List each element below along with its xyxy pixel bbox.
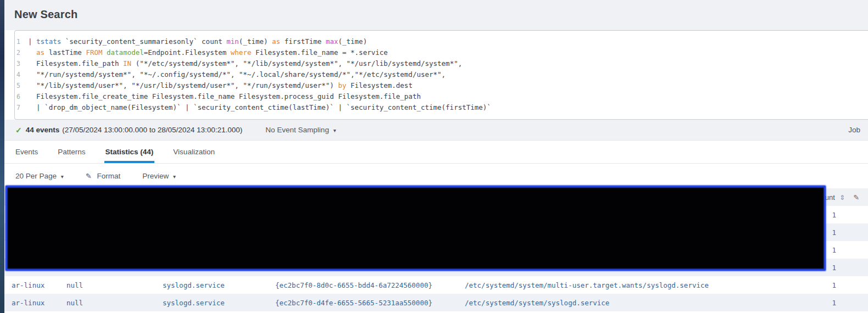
query-line-code[interactable]: as lastTime FROM datamodel=Endpoint.File… — [28, 47, 388, 58]
query-line-code[interactable]: "*/lib/systemd/user*", "*/usr/lib/system… — [28, 80, 413, 91]
table-cell[interactable]: null — [59, 276, 155, 294]
line-number: 3 — [15, 58, 28, 69]
line-number: 4 — [15, 69, 28, 80]
tab-visualization[interactable]: Visualization — [173, 141, 215, 163]
page-title: New Search — [14, 8, 868, 21]
query-token: IN — [123, 59, 131, 68]
query-token: Filesystem.file_path — [28, 59, 123, 68]
query-token: ("*/etc/systemd/system*", "*/lib/systemd… — [131, 59, 462, 68]
table-cell-edit — [845, 294, 868, 311]
tab-statistics-44[interactable]: Statistics (44) — [105, 141, 154, 163]
format-label: Format — [97, 172, 121, 180]
table-cell[interactable]: ar-linux — [4, 276, 59, 294]
query-token: as — [272, 37, 280, 46]
table-cell[interactable]: /etc/systemd/system/multi-user.target.wa… — [458, 276, 790, 294]
query-line: 7 | `drop_dm_object_name(Filesystem)` | … — [15, 102, 868, 113]
caret-down-icon: ▾ — [61, 174, 64, 180]
redaction-overlay — [5, 186, 826, 271]
tab-patterns[interactable]: Patterns — [58, 141, 85, 163]
query-token — [28, 48, 36, 57]
events-time-range: (27/05/2024 13:00:00.000 to 28/05/2024 1… — [62, 126, 242, 134]
query-line: 6 Filesystem.file_create_time Filesystem… — [15, 91, 868, 102]
query-token: "*/lib/systemd/user*", "*/usr/lib/system… — [28, 81, 338, 90]
query-token: Filesystem.file_create_time Filesystem.f… — [28, 92, 421, 100]
table-cell-count[interactable]: 1 — [790, 276, 845, 294]
table-cell-edit — [845, 241, 868, 259]
format-button[interactable]: ✎ Format — [86, 172, 120, 180]
query-token: "*/run/systemd/system*", "*~/.config/sys… — [28, 70, 446, 79]
job-menu[interactable]: Job — [848, 126, 860, 134]
events-count[interactable]: 44 events — [26, 126, 60, 134]
table-cell[interactable]: ar-linux — [4, 294, 59, 311]
per-page-dropdown[interactable]: 20 Per Page ▾ — [15, 172, 64, 180]
query-line-code[interactable]: | tstats `security_content_summariesonly… — [28, 36, 367, 47]
table-row: ar-linuxnullsyslogd.service{ec2bc7f0-d4f… — [4, 294, 868, 311]
query-line: 3 Filesystem.file_path IN ("*/etc/system… — [15, 58, 868, 69]
query-line: 5 "*/lib/systemd/user*", "*/usr/lib/syst… — [15, 80, 868, 91]
event-sampling-dropdown[interactable]: No Event Sampling ▾ — [265, 126, 336, 134]
line-number: 2 — [15, 47, 28, 58]
query-token: Filesystem.file_name = *.service — [251, 48, 387, 57]
query-token: by — [338, 81, 346, 90]
table-cell-edit — [845, 259, 868, 276]
page-header: New Search — [4, 0, 868, 30]
table-cell[interactable]: {ec2bc7f0-d4fe-6655-5665-5231aa550000} — [268, 294, 458, 311]
table-cell[interactable]: syslogd.service — [155, 294, 268, 311]
table-cell-edit — [845, 223, 868, 241]
query-token: FROM — [86, 48, 102, 57]
sort-icon: ⇕ — [839, 194, 845, 202]
line-number: 1 — [15, 36, 28, 47]
query-token: max — [326, 37, 338, 46]
query-token: =Endpoint.Filesystem — [144, 48, 231, 57]
query-token: (_time) — [338, 37, 367, 46]
success-check-icon: ✓ — [15, 126, 22, 135]
query-token: Filesystem.dest — [347, 81, 413, 90]
query-line: 1| tstats `security_content_summariesonl… — [15, 36, 868, 47]
table-cell-edit — [845, 206, 868, 223]
line-number: 5 — [15, 80, 28, 91]
query-token: min — [226, 37, 239, 46]
event-sampling-label: No Event Sampling — [265, 126, 329, 134]
results-tab-bar: EventsPatternsStatistics (44)Visualizati… — [4, 141, 868, 164]
query-token: datamodel — [107, 48, 144, 57]
window-edge-background — [0, 0, 4, 313]
query-lines: 1| tstats `security_content_summariesonl… — [15, 36, 868, 113]
query-line: 4 "*/run/systemd/system*", "*~/.config/s… — [15, 69, 868, 80]
caret-down-icon: ▾ — [333, 127, 336, 133]
caret-down-icon: ▾ — [173, 174, 176, 180]
query-token: lastTime — [44, 48, 86, 57]
query-line-code[interactable]: Filesystem.file_path IN ("*/etc/systemd/… — [28, 58, 462, 69]
query-token: (_time) — [239, 37, 272, 46]
query-token — [103, 48, 107, 57]
results-toolbar: 20 Per Page ▾ ✎ Format Preview ▾ — [4, 164, 868, 188]
search-results-summary-bar: ✓ 44 events (27/05/2024 13:00:00.000 to … — [4, 120, 868, 141]
preview-dropdown[interactable]: Preview ▾ — [142, 172, 176, 180]
query-token: tstats — [36, 37, 61, 46]
table-cell-count[interactable]: 1 — [790, 294, 845, 311]
table-cell[interactable]: null — [59, 294, 155, 311]
table-cell[interactable]: {ec2bc7f0-8d0c-6655-bdd4-6a7224560000} — [268, 276, 458, 294]
table-cell[interactable]: syslogd.service — [155, 276, 268, 294]
query-token: firstTime — [280, 37, 326, 46]
query-token: as — [36, 48, 44, 57]
query-token: | — [28, 37, 36, 46]
query-token: `security_content_summariesonly` count — [61, 37, 226, 46]
table-row: ar-linuxnullsyslogd.service{ec2bc7f0-8d0… — [4, 276, 868, 294]
per-page-label: 20 Per Page — [15, 172, 57, 180]
query-line-code[interactable]: Filesystem.file_create_time Filesystem.f… — [28, 91, 421, 102]
table-cell-edit — [845, 276, 868, 294]
tab-events[interactable]: Events — [15, 141, 38, 163]
search-query-editor[interactable]: 1| tstats `security_content_summariesonl… — [14, 30, 868, 120]
query-token: where — [231, 48, 252, 57]
table-cell[interactable]: /etc/systemd/system/syslogd.service — [458, 294, 790, 311]
table-header-edit[interactable]: ✎ — [845, 188, 868, 206]
pencil-icon: ✎ — [86, 172, 92, 180]
preview-label: Preview — [142, 172, 169, 180]
query-line-code[interactable]: | `drop_dm_object_name(Filesystem)` | `s… — [28, 102, 491, 113]
line-number: 7 — [15, 102, 28, 113]
query-line: 2 as lastTime FROM datamodel=Endpoint.Fi… — [15, 47, 868, 58]
query-line-code[interactable]: "*/run/systemd/system*", "*~/.config/sys… — [28, 69, 446, 80]
pencil-icon: ✎ — [853, 193, 859, 202]
line-number: 6 — [15, 91, 28, 102]
query-token: | `drop_dm_object_name(Filesystem)` | `s… — [28, 103, 491, 111]
